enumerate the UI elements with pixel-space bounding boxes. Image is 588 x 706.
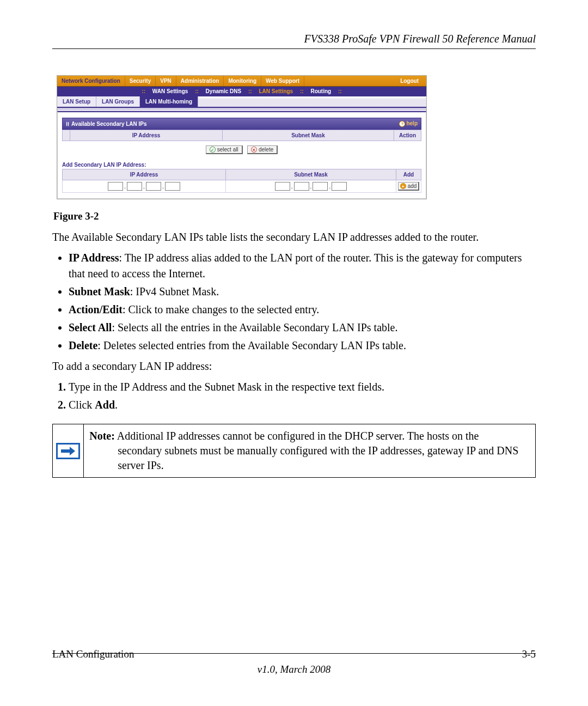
help-link[interactable]: ?help xyxy=(399,120,418,127)
add-col-ip: IP Address xyxy=(63,169,226,180)
available-lan-ips-table: IP Address Subnet Mask Action xyxy=(62,130,421,141)
delete-button[interactable]: ✕ delete xyxy=(247,145,278,154)
ip-octet-4[interactable] xyxy=(165,182,180,191)
field-description-list: IP Address: The IP address alias added t… xyxy=(52,250,536,354)
nav-logout[interactable]: Logout xyxy=(396,76,426,86)
ip-address-input-group: . . . xyxy=(108,182,180,191)
note-text: Note: Additional IP addresses cannot be … xyxy=(84,424,535,477)
ip-octet-1[interactable] xyxy=(108,182,123,191)
help-icon: ? xyxy=(399,121,405,127)
ip-octet-2[interactable] xyxy=(127,182,142,191)
table-button-row: ✓ select all ✕ delete xyxy=(62,141,421,156)
note-box: Note: Additional IP addresses cannot be … xyxy=(52,424,536,478)
tab-bar: LAN Setup LAN Groups LAN Multi-homing xyxy=(57,96,426,108)
mask-octet-2[interactable] xyxy=(294,182,309,191)
nav-security[interactable]: Security xyxy=(125,76,156,86)
subnav-lan-settings[interactable]: LAN Settings xyxy=(256,88,296,94)
tab-lan-multi-homing[interactable]: LAN Multi-homing xyxy=(140,96,198,107)
subnav-sep: :: xyxy=(192,88,201,94)
subnav-wan-settings[interactable]: WAN Settings xyxy=(150,88,191,94)
footer-left: LAN Configuration xyxy=(52,648,134,660)
nav-web-support[interactable]: Web Support xyxy=(261,76,304,86)
intro-paragraph: The Available Secondary LAN IPs table li… xyxy=(52,230,536,245)
add-col-add: Add xyxy=(396,169,421,180)
footer-center: v1.0, March 2008 xyxy=(52,664,536,675)
list-item: IP Address: The IP address alias added t… xyxy=(69,250,536,282)
page-footer: LAN Configuration 3-5 v1.0, March 2008 xyxy=(52,648,536,675)
add-col-mask: Subnet Mask xyxy=(226,169,396,180)
figure-caption: Figure 3-2 xyxy=(53,210,536,222)
note-icon-cell xyxy=(53,424,84,477)
arrow-right-icon xyxy=(56,443,80,459)
top-nav: Network Configuration Security VPN Admin… xyxy=(57,76,426,87)
header-rule xyxy=(52,48,536,49)
page-header-title: FVS338 ProSafe VPN Firewall 50 Reference… xyxy=(52,33,536,45)
subnav-sep: :: xyxy=(335,88,345,94)
sub-nav: :: WAN Settings :: Dynamic DNS :: LAN Se… xyxy=(57,87,426,96)
footer-right: 3-5 xyxy=(522,648,536,660)
step-item: Click Add. xyxy=(69,397,536,413)
add-lan-ip-table: IP Address Subnet Mask Add . . . xyxy=(62,169,421,193)
ip-octet-3[interactable] xyxy=(146,182,161,191)
subnet-mask-input-group: . . . xyxy=(275,182,347,191)
col-action: Action xyxy=(394,130,421,141)
tab-lan-groups[interactable]: LAN Groups xyxy=(96,96,140,107)
list-item: Delete: Deletes selected entries from th… xyxy=(69,338,536,354)
col-subnet-mask: Subnet Mask xyxy=(223,130,394,141)
tab-lan-setup[interactable]: LAN Setup xyxy=(57,96,96,107)
subnav-sep: :: xyxy=(246,88,255,94)
steps-list: Type in the IP Address and the Subnet Ma… xyxy=(52,379,536,413)
router-ui-screenshot: Network Configuration Security VPN Admin… xyxy=(57,75,427,199)
mask-octet-1[interactable] xyxy=(275,182,290,191)
nav-network-configuration[interactable]: Network Configuration xyxy=(57,76,125,86)
to-add-paragraph: To add a secondary LAN IP address: xyxy=(52,359,536,374)
mask-octet-3[interactable] xyxy=(313,182,328,191)
step-item: Type in the IP Address and the Subnet Ma… xyxy=(69,379,536,395)
section-title: Available Secondary LAN IPs xyxy=(71,121,147,127)
mask-octet-4[interactable] xyxy=(332,182,347,191)
nav-monitoring[interactable]: Monitoring xyxy=(224,76,261,86)
subnav-sep: :: xyxy=(139,88,148,94)
nav-administration[interactable]: Administration xyxy=(176,76,224,86)
subnav-dynamic-dns[interactable]: Dynamic DNS xyxy=(203,88,244,94)
nav-vpn[interactable]: VPN xyxy=(156,76,176,86)
add-section-title: Add Secondary LAN IP Address: xyxy=(62,162,421,168)
panel-body: ⁞⁞ Available Secondary LAN IPs ?help IP … xyxy=(57,111,426,199)
section-header: ⁞⁞ Available Secondary LAN IPs ?help xyxy=(62,118,421,130)
col-ip-address: IP Address xyxy=(70,130,223,141)
list-item: Select All: Selects all the entries in t… xyxy=(69,320,536,336)
list-item: Subnet Mask: IPv4 Subnet Mask. xyxy=(69,284,536,300)
list-item: Action/Edit: Click to make changes to th… xyxy=(69,302,536,318)
check-icon: ✓ xyxy=(210,147,216,153)
select-all-button[interactable]: ✓ select all xyxy=(206,145,243,154)
x-icon: ✕ xyxy=(251,147,257,153)
plus-icon: + xyxy=(400,183,406,189)
grip-icon: ⁞⁞ xyxy=(66,121,69,127)
subnav-routing[interactable]: Routing xyxy=(308,88,334,94)
subnav-sep: :: xyxy=(297,88,307,94)
add-button[interactable]: + add xyxy=(398,182,420,191)
